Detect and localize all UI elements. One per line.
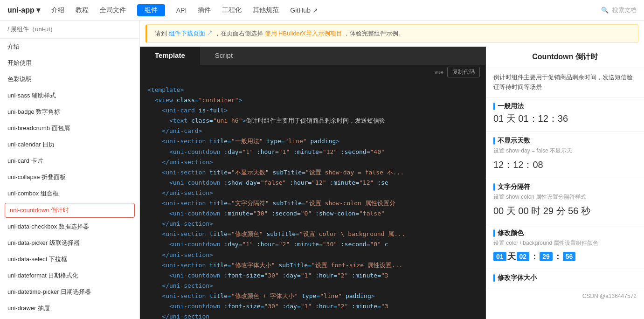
demo-title-1: 不显示天数 — [493, 137, 637, 145]
badge-sep: 天 — [507, 251, 516, 262]
panels: Template Script vue 复制代码 <template> <vie… — [140, 47, 644, 319]
demo-subtitle-1: 设置 show-day = false 不显示天 — [493, 147, 637, 155]
demo-section-2: 文字分隔符设置 show-colon 属性设置分隔符样式00 天 00 时 29… — [486, 178, 644, 224]
sidebar-item-countdown[interactable]: uni-countdown 倒计时 — [5, 203, 135, 218]
demo-section-4: 修改字体大小 — [486, 269, 644, 289]
nav-item-global[interactable]: 全局文件 — [100, 6, 126, 14]
demo-title-2: 文字分隔符 — [493, 183, 637, 191]
demo-section-0: 一般用法01 天 01：12：36 — [486, 97, 644, 132]
top-nav: uni-app ▾ 介绍 教程 全局文件 组件 API 插件 工程化 其他规范 … — [0, 0, 644, 21]
demo-section-3: 修改颜色设置 color \ background 属性设置组件颜色01天02：… — [486, 224, 644, 269]
code-panel: Template Script vue 复制代码 <template> <vie… — [140, 47, 485, 319]
badge-blue: 56 — [563, 252, 576, 261]
sidebar-item-data-select[interactable]: uni-data-select 下拉框 — [0, 251, 139, 268]
demo-subtitle-3: 设置 color \ background 属性设置组件颜色 — [493, 239, 637, 247]
sidebar-item-data-checkbox[interactable]: uni-data-checkbox 数据选择器 — [0, 219, 139, 235]
nav-item-github[interactable]: GitHub ↗ — [290, 7, 318, 14]
demo-badges-3: 01天02：29：56 — [493, 251, 637, 262]
sidebar-item-easyinput[interactable]: uni-easyinput 增强输入框 — [0, 317, 139, 319]
sidebar-item-combox[interactable]: uni-combox 组合框 — [0, 186, 139, 202]
sidebar-item-card[interactable]: uni-card 卡片 — [0, 153, 139, 169]
code-tabs: Template Script — [140, 47, 485, 65]
banner-link2[interactable]: 使用 HBuilderX导入示例项目 — [265, 30, 342, 37]
tab-template[interactable]: Template — [140, 47, 200, 65]
content-area: 请到 组件下载页面 ↗ ，在页面右侧选择 使用 HBuilderX导入示例项目 … — [140, 21, 644, 319]
nav-item-intro[interactable]: 介绍 — [51, 6, 64, 14]
demo-value-0: 01 天 01：12：36 — [493, 112, 637, 125]
code-content[interactable]: <template> <view class="container"> <uni… — [140, 79, 485, 319]
sidebar-item-badge[interactable]: uni-badge 数字角标 — [0, 104, 139, 120]
demo-section-1: 不显示天数设置 show-day = false 不显示天12：12：08 — [486, 132, 644, 178]
sidebar-item-breadcrumb[interactable]: uni-breadcrumb 面包屑 — [0, 120, 139, 137]
badge-blue: 01 — [493, 252, 506, 261]
logo-arrow-icon: ▾ — [36, 6, 40, 14]
demo-subtitle-2: 设置 show-colon 属性设置分隔符样式 — [493, 193, 637, 201]
csdn-credit: CSDN @a136447572 — [486, 289, 644, 303]
main-layout: / 展组件（uni-ui） 介绍 开始使用 色彩说明 uni-sass 辅助样式… — [0, 21, 644, 319]
badge-sep: ： — [530, 251, 539, 262]
search-icon: 🔍 — [601, 7, 609, 14]
code-toolbar: vue 复制代码 — [140, 65, 485, 79]
sidebar-item-collapse[interactable]: uni-collapse 折叠面板 — [0, 169, 139, 186]
nav-item-plugins[interactable]: 插件 — [198, 6, 211, 14]
tab-script[interactable]: Script — [200, 47, 248, 65]
right-panel-desc: 倒计时组件主要用于促销商品剩余时间，发送短信验证等待时间等场景 — [486, 68, 644, 97]
sidebar-item-data-picker[interactable]: uni-data-picker 级联选择器 — [0, 235, 139, 251]
right-panel-header: Countdown 倒计时 — [486, 47, 644, 68]
banner-text2: ，在页面右侧选择 — [215, 30, 265, 37]
sidebar-item-drawer[interactable]: uni-drawer 抽屉 — [0, 300, 139, 317]
copy-button[interactable]: 复制代码 — [447, 67, 480, 77]
nav-item-components[interactable]: 组件 — [137, 4, 165, 16]
nav-logo[interactable]: uni-app ▾ — [7, 6, 40, 14]
sidebar-header: / 展组件（uni-ui） — [0, 21, 139, 39]
badge-blue: 29 — [540, 252, 553, 261]
badge-blue: 02 — [517, 252, 530, 261]
nav-item-engineering[interactable]: 工程化 — [222, 6, 242, 14]
nav-item-tutorial[interactable]: 教程 — [76, 6, 89, 14]
banner-text3: ，体验完整组件示例。 — [344, 30, 404, 37]
sidebar-item-colors[interactable]: 色彩说明 — [0, 71, 139, 88]
nav-search: 🔍 搜索文档 — [601, 6, 637, 14]
demo-title-4: 修改字体大小 — [493, 274, 637, 282]
demo-title-3: 修改颜色 — [493, 229, 637, 237]
badge-sep: ： — [554, 251, 562, 262]
code-lang: vue — [435, 69, 443, 76]
nav-item-api[interactable]: API — [176, 7, 187, 14]
sidebar-item-start[interactable]: 开始使用 — [0, 55, 139, 71]
sidebar-item-calendar[interactable]: uni-calendar 日历 — [0, 137, 139, 153]
demo-title-0: 一般用法 — [493, 102, 637, 111]
right-panel: Countdown 倒计时 倒计时组件主要用于促销商品剩余时间，发送短信验证等待… — [485, 47, 644, 319]
sidebar-item-intro[interactable]: 介绍 — [0, 39, 139, 55]
banner-link1[interactable]: 组件下载页面 ↗ — [169, 30, 213, 37]
nav-item-other[interactable]: 其他规范 — [253, 6, 279, 14]
sidebar-item-datetime-picker[interactable]: uni-datetime-picker 日期选择器 — [0, 284, 139, 300]
info-banner: 请到 组件下载页面 ↗ ，在页面右侧选择 使用 HBuilderX导入示例项目 … — [145, 24, 638, 43]
demo-value-1: 12：12：08 — [493, 159, 637, 171]
search-label[interactable]: 搜索文档 — [612, 6, 637, 14]
demo-value-2: 00 天 00 时 29 分 56 秒 — [493, 205, 637, 217]
banner-text1: 请到 — [155, 30, 169, 37]
sidebar-item-sass[interactable]: uni-sass 辅助样式 — [0, 88, 139, 104]
sidebar: / 展组件（uni-ui） 介绍 开始使用 色彩说明 uni-sass 辅助样式… — [0, 21, 140, 319]
sidebar-item-dateformat[interactable]: uni-dateformat 日期格式化 — [0, 268, 139, 284]
